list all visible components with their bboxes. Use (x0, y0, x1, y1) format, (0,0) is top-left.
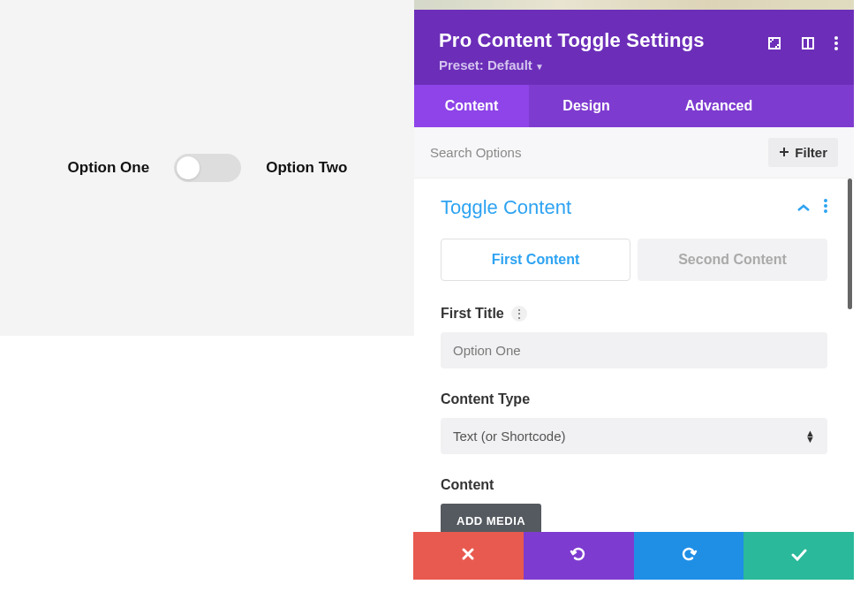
svg-point-4 (834, 47, 838, 50)
undo-icon (570, 545, 587, 567)
header-icons (767, 36, 838, 50)
toggle-preview: Option One Option Two (68, 154, 348, 182)
main-tabs: Content Design Advanced (414, 85, 854, 127)
footer-actions (413, 532, 854, 580)
tab-design[interactable]: Design (529, 85, 644, 127)
settings-panel: Pro Content Toggle Settings Preset: Defa… (414, 0, 854, 592)
first-title-label: First Title (441, 306, 504, 322)
svg-point-5 (824, 199, 827, 202)
plus-icon (779, 145, 789, 160)
check-icon (791, 547, 807, 565)
redo-icon (680, 545, 698, 567)
field-content: Content ADD MEDIA (441, 477, 827, 538)
field-content-type: Content Type Text (or Shortcode) ▲▼ (441, 391, 827, 454)
preset-selector[interactable]: Preset: Default▼ (439, 57, 829, 72)
close-icon (461, 547, 475, 565)
content-label: Content (441, 477, 494, 493)
tab-content[interactable]: Content (414, 85, 529, 127)
tab-advanced[interactable]: Advanced (644, 85, 794, 127)
svg-point-6 (824, 204, 827, 208)
content-subtabs: First Content Second Content (441, 239, 827, 281)
content-type-label: Content Type (441, 391, 530, 407)
content-type-select[interactable]: Text (or Shortcode) (441, 418, 827, 454)
subtab-second-content[interactable]: Second Content (638, 239, 827, 281)
section-title: Toggle Content (441, 196, 571, 219)
expand-icon[interactable] (767, 36, 781, 50)
help-icon[interactable]: ⋮ (511, 306, 527, 322)
filter-label: Filter (795, 145, 827, 160)
search-input[interactable] (430, 145, 768, 160)
section-controls (797, 199, 827, 217)
more-vertical-icon[interactable] (834, 36, 838, 50)
svg-point-7 (824, 209, 827, 213)
field-first-title: First Title ⋮ (441, 306, 827, 368)
filter-button[interactable]: Filter (768, 138, 838, 167)
panel-header: Pro Content Toggle Settings Preset: Defa… (414, 10, 854, 85)
columns-icon[interactable] (801, 36, 815, 50)
preset-label: Preset: Default (439, 57, 532, 72)
section-header: Toggle Content (441, 196, 827, 219)
redo-button[interactable] (634, 532, 744, 580)
scrollbar-thumb[interactable] (848, 178, 852, 309)
preview-canvas: Option One Option Two (0, 0, 415, 336)
panel-body: Toggle Content First Content Second Cont… (414, 178, 854, 592)
svg-point-3 (834, 42, 838, 45)
cancel-button[interactable] (413, 532, 524, 580)
undo-button[interactable] (524, 532, 634, 580)
section-toggle-content: Toggle Content First Content Second Cont… (414, 178, 854, 570)
toggle-label-right: Option Two (266, 159, 347, 177)
chevron-up-icon[interactable] (797, 200, 810, 216)
svg-point-2 (834, 36, 838, 40)
save-button[interactable] (743, 532, 854, 580)
map-background-sliver (414, 0, 854, 10)
svg-rect-0 (769, 38, 780, 49)
toggle-knob (177, 156, 200, 179)
chevron-down-icon: ▼ (535, 62, 544, 72)
first-title-input[interactable] (441, 332, 827, 368)
toggle-switch[interactable] (174, 154, 241, 182)
toggle-label-left: Option One (68, 159, 150, 177)
more-vertical-icon[interactable] (824, 199, 827, 217)
search-row: Filter (414, 127, 854, 178)
subtab-first-content[interactable]: First Content (441, 239, 630, 281)
